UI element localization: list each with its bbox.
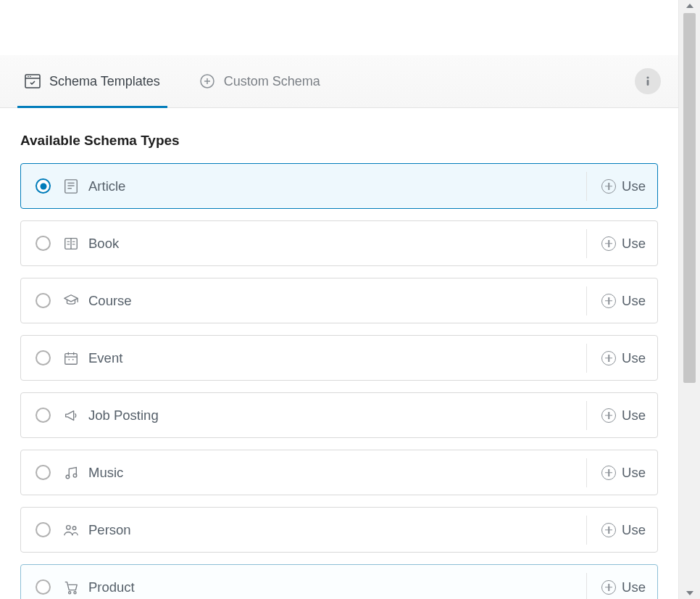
content-area: Available Schema Types ArticleUseBookUse…: [0, 108, 678, 599]
schema-row-article[interactable]: ArticleUse: [20, 163, 658, 209]
schema-label: Course: [88, 293, 586, 309]
use-button-product[interactable]: Use: [586, 573, 646, 600]
plus-circle-icon: [601, 351, 616, 365]
radio-music[interactable]: [36, 465, 51, 480]
megaphone-icon: [62, 407, 80, 424]
radio-course[interactable]: [36, 293, 51, 308]
browser-scrollbar[interactable]: [678, 0, 700, 599]
svg-point-7: [646, 76, 649, 78]
use-label: Use: [622, 178, 646, 194]
header-blank-area: [0, 0, 678, 55]
use-button-course[interactable]: Use: [586, 286, 646, 315]
plus-circle-icon: [601, 523, 616, 537]
plus-circle-icon: [199, 73, 215, 89]
use-button-job-posting[interactable]: Use: [586, 401, 646, 430]
cart-icon: [62, 579, 80, 596]
schema-label: Product: [88, 579, 586, 595]
section-title: Available Schema Types: [20, 133, 658, 149]
radio-event[interactable]: [36, 350, 51, 365]
radio-article[interactable]: [36, 178, 51, 194]
book-icon: [62, 235, 80, 252]
template-icon: [25, 74, 41, 88]
scrollbar-thumb[interactable]: [683, 13, 696, 383]
people-icon: [62, 521, 80, 539]
schema-label: Person: [88, 522, 586, 538]
use-label: Use: [622, 293, 646, 309]
plus-circle-icon: [601, 466, 616, 480]
use-label: Use: [622, 350, 646, 366]
tab-label: Custom Schema: [224, 74, 320, 89]
event-icon: [62, 350, 80, 367]
schema-label: Music: [88, 465, 586, 481]
schema-row-book[interactable]: BookUse: [20, 220, 658, 266]
use-label: Use: [622, 236, 646, 252]
plus-circle-icon: [601, 580, 616, 595]
radio-product[interactable]: [36, 579, 51, 595]
use-button-article[interactable]: Use: [586, 172, 646, 201]
course-icon: [62, 292, 80, 310]
schema-row-person[interactable]: PersonUse: [20, 507, 658, 553]
plus-circle-icon: [601, 408, 616, 423]
use-label: Use: [622, 522, 646, 538]
schema-tabs: Schema Templates Custom Schema: [0, 55, 678, 108]
use-button-music[interactable]: Use: [586, 458, 646, 487]
use-button-event[interactable]: Use: [586, 344, 646, 373]
svg-point-2: [28, 76, 29, 78]
use-button-book[interactable]: Use: [586, 229, 646, 258]
svg-point-3: [30, 76, 31, 78]
schema-label: Event: [88, 350, 586, 366]
radio-book[interactable]: [36, 236, 51, 251]
plus-circle-icon: [601, 236, 616, 251]
use-button-person[interactable]: Use: [586, 516, 646, 545]
article-icon: [62, 178, 80, 195]
tab-schema-templates[interactable]: Schema Templates: [17, 55, 167, 107]
scroll-down-arrow-icon[interactable]: [686, 591, 693, 595]
svg-rect-8: [647, 80, 649, 86]
schema-row-course[interactable]: CourseUse: [20, 278, 658, 323]
schema-label: Job Posting: [88, 408, 586, 424]
tab-custom-schema[interactable]: Custom Schema: [192, 55, 328, 107]
schema-row-music[interactable]: MusicUse: [20, 450, 658, 495]
use-label: Use: [622, 465, 646, 481]
schema-row-job-posting[interactable]: Job PostingUse: [20, 392, 658, 438]
schema-row-event[interactable]: EventUse: [20, 335, 658, 381]
plus-circle-icon: [601, 179, 616, 194]
svg-rect-0: [25, 75, 40, 88]
info-button[interactable]: [635, 68, 661, 94]
use-label: Use: [622, 408, 646, 424]
scroll-up-arrow-icon[interactable]: [686, 4, 693, 8]
schema-type-list: ArticleUseBookUseCourseUseEventUseJob Po…: [20, 163, 658, 599]
schema-row-product[interactable]: ProductUse: [20, 564, 658, 599]
radio-job-posting[interactable]: [36, 408, 51, 423]
scrollbar-track[interactable]: [683, 13, 696, 586]
schema-label: Book: [88, 236, 586, 252]
tab-label: Schema Templates: [49, 74, 160, 89]
schema-label: Article: [88, 178, 586, 194]
radio-person[interactable]: [36, 522, 51, 537]
music-icon: [62, 464, 80, 482]
plus-circle-icon: [601, 294, 616, 308]
use-label: Use: [622, 579, 646, 595]
info-icon: [641, 74, 655, 88]
